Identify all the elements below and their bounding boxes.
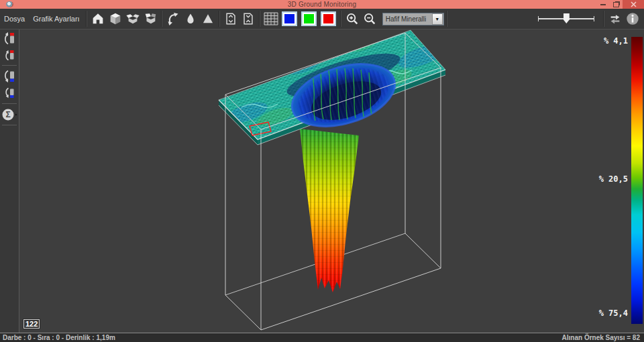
- counter-badge: 122: [23, 319, 40, 329]
- sidebar-separator: [2, 125, 17, 125]
- menu-grafik-ayarlari[interactable]: Grafik Ayarları: [29, 9, 84, 29]
- zoom-in-button[interactable]: [343, 10, 361, 27]
- rotate-step-up-button[interactable]: [0, 46, 19, 63]
- rotate-view-button[interactable]: [164, 10, 182, 27]
- toolbar-separator: [340, 11, 341, 27]
- ground-scene[interactable]: [19, 30, 644, 333]
- info-button[interactable]: [624, 10, 641, 27]
- dropdown-caret[interactable]: ▼: [432, 13, 443, 25]
- toolbar: Dosya Grafik Ayarları: [0, 9, 644, 30]
- document-collapse-icon: [241, 11, 256, 26]
- document-expand-icon: [223, 11, 238, 26]
- surface-slab: [215, 30, 449, 145]
- zoom-out-icon: [362, 11, 377, 26]
- fold-box-icon: [143, 11, 158, 26]
- sum-sigma-button[interactable]: Σ: [0, 106, 19, 123]
- unfold-box-icon: [125, 11, 140, 26]
- plume: [300, 129, 359, 292]
- colorbar-label-middle: % 20,5: [581, 174, 628, 184]
- cone-button[interactable]: [199, 10, 217, 27]
- sigma-icon: Σ: [1, 107, 18, 122]
- colorbar: [631, 37, 643, 324]
- rotate-step-down-blue-icon: [2, 86, 17, 101]
- toolbar-separator: [259, 11, 260, 27]
- maximize-button[interactable]: [610, 0, 622, 9]
- maximize-icon: [613, 2, 619, 7]
- toolbar-separator: [161, 11, 162, 27]
- color-green-button[interactable]: [301, 11, 317, 26]
- rotate-layer-down-button[interactable]: [0, 68, 19, 84]
- rotate-layer-up-button[interactable]: [0, 30, 19, 46]
- minimize-button[interactable]: [597, 0, 609, 9]
- toolbar-separator: [86, 11, 87, 27]
- caret-down-icon: ▼: [435, 17, 439, 21]
- rotate-layer-up-red-icon: [2, 31, 17, 46]
- cube-view-button[interactable]: [107, 10, 124, 27]
- viewport-3d[interactable]: % 4,1 % 20,5 % 75,4 122: [19, 30, 644, 333]
- sidebar-separator: [2, 65, 17, 66]
- mesh-grid-button[interactable]: [262, 10, 280, 27]
- unfold-box-button[interactable]: [124, 10, 142, 27]
- blue-swatch: [284, 14, 294, 23]
- status-depth-info: Darbe : 0 - Sıra : 0 - Derinlik : 1,19m: [0, 334, 115, 341]
- grid-icon: [264, 12, 278, 25]
- rotate-step-up-red-icon: [2, 48, 17, 62]
- info-icon: [625, 11, 640, 26]
- color-blue-button[interactable]: [282, 11, 297, 26]
- toolbar-separator: [603, 11, 604, 27]
- zoom-in-icon: [345, 11, 360, 26]
- left-sidebar: Σ: [0, 30, 19, 333]
- red-swatch: [323, 14, 333, 23]
- swap-arrows-icon: [608, 12, 623, 25]
- minimize-icon: [600, 4, 606, 5]
- color-red-button[interactable]: [321, 11, 336, 26]
- close-icon: [631, 1, 637, 7]
- app-window: 3D Ground Monitoring Dosya Grafik Ayarla…: [0, 0, 644, 342]
- rotate-arrows-icon: [165, 11, 181, 26]
- collapse-report-button[interactable]: [239, 10, 257, 27]
- zoom-out-button[interactable]: [361, 10, 378, 27]
- slider-tick-right: [594, 16, 594, 21]
- home-view-button[interactable]: [89, 10, 107, 27]
- status-sample-count: Alınan Örnek Sayısı = 82: [562, 334, 644, 341]
- opacity-slider[interactable]: [538, 12, 594, 25]
- colorbar-label-bottom: % 75,4: [581, 308, 628, 318]
- expand-report-button[interactable]: [222, 10, 239, 27]
- rotate-layer-down-blue-icon: [2, 69, 17, 84]
- fold-box-button[interactable]: [142, 10, 159, 27]
- status-bar: Darbe : 0 - Sıra : 0 - Derinlik : 1,19m …: [0, 333, 644, 342]
- sidebar-separator: [2, 103, 17, 104]
- window-title: 3D Ground Monitoring: [0, 0, 644, 9]
- cube-icon: [108, 11, 123, 26]
- mineral-type-value: Hafif Mineralli: [383, 15, 432, 23]
- mineral-type-dropdown[interactable]: Hafif Mineralli ▼: [382, 13, 444, 25]
- green-swatch: [304, 14, 314, 23]
- cone-icon: [201, 12, 215, 25]
- rotate-step-down-button[interactable]: [0, 84, 19, 101]
- title-bar: 3D Ground Monitoring: [0, 0, 644, 9]
- colorbar-label-top: % 4,1: [581, 36, 628, 46]
- droplet-button[interactable]: [182, 10, 199, 27]
- home-icon: [91, 11, 105, 26]
- close-button[interactable]: [623, 0, 644, 9]
- toolbar-separator: [219, 11, 220, 27]
- slider-tick-left: [538, 16, 539, 21]
- slider-handle[interactable]: [564, 13, 570, 23]
- swap-view-button[interactable]: [606, 10, 624, 27]
- droplet-icon: [184, 12, 197, 25]
- svg-text:Σ: Σ: [5, 110, 10, 119]
- menu-dosya[interactable]: Dosya: [0, 9, 29, 29]
- toolbar-separator: [446, 11, 447, 27]
